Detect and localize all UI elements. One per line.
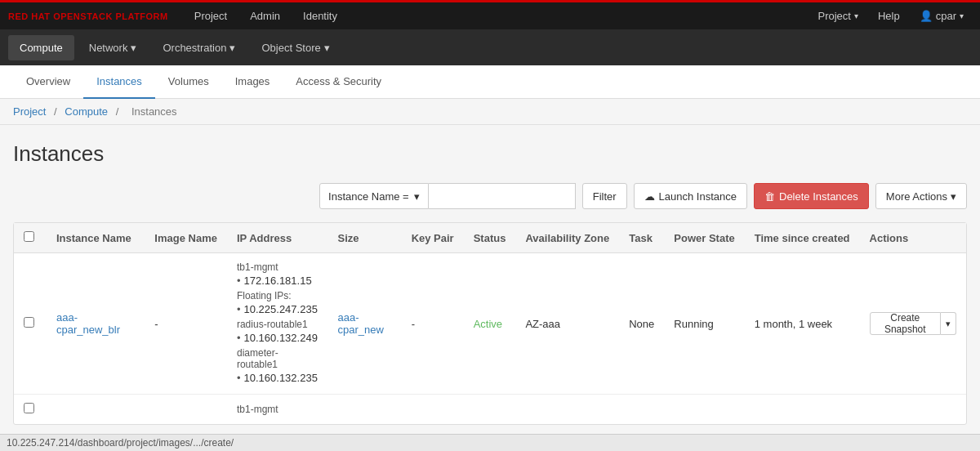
partial-ip-cell: tb1-mgmt [227, 395, 328, 425]
filter-label: Instance Name = [328, 190, 409, 203]
col-time-since: Time since created [745, 223, 860, 253]
breadcrumb-project[interactable]: Project [13, 105, 46, 118]
ip-item: 172.16.181.15 [237, 275, 318, 287]
tab-navbar: Overview Instances Volumes Images Access… [0, 65, 980, 99]
filter-caret-icon: ▾ [414, 190, 420, 203]
status-url: 10.225.247.214/dashboard/project/images/… [7, 437, 234, 441]
breadcrumb-compute[interactable]: Compute [65, 105, 108, 118]
network2-ip-item: 10.160.132.249 [237, 332, 318, 344]
row-size-cell: aaa-cpar_new [328, 253, 402, 395]
create-snapshot-button[interactable]: Create Snapshot [870, 312, 941, 335]
delete-instances-button[interactable]: 🗑 Delete Instances [754, 183, 869, 209]
toolbar: Instance Name = ▾ Filter ☁ Launch Instan… [13, 183, 967, 209]
breadcrumb-sep2: / [116, 105, 122, 118]
network1-ip-list: 172.16.181.15 [237, 275, 318, 287]
row-actions-cell: Create Snapshot ▾ [860, 253, 966, 395]
top-nav-links: Project Admin Identity [185, 5, 810, 27]
select-all-checkbox[interactable] [24, 231, 34, 242]
table-header-row: Instance Name Image Name IP Address Size… [14, 223, 966, 253]
col-az: Availability Zone [515, 223, 619, 253]
partial-checkbox-cell [14, 395, 47, 425]
instance-name-link[interactable]: aaa-cpar_new_blr [56, 311, 120, 336]
orchestration-caret-icon: ▾ [229, 42, 235, 54]
user-icon: 👤 [920, 10, 933, 22]
top-nav-right: Project ▾ Help 👤 cpar ▾ [809, 5, 972, 27]
launch-instance-button[interactable]: ☁ Launch Instance [634, 183, 747, 209]
col-task: Task [619, 223, 664, 253]
row-status-cell: Active [464, 253, 516, 395]
network-caret-icon: ▾ [131, 42, 136, 54]
network2-ip-list: 10.160.132.249 [237, 332, 318, 344]
main-content: Instances Instance Name = ▾ Filter ☁ Lau… [0, 125, 980, 441]
top-nav-project[interactable]: Project [185, 5, 237, 27]
filter-button[interactable]: Filter [582, 183, 627, 209]
row-checkbox[interactable] [24, 317, 34, 328]
user-caret-icon: ▾ [960, 11, 964, 20]
objectstore-caret-icon: ▾ [324, 42, 330, 54]
breadcrumb: Project / Compute / Instances [0, 99, 980, 125]
tab-instances[interactable]: Instances [83, 65, 155, 99]
snapshot-caret-icon: ▾ [946, 319, 951, 329]
snapshot-dropdown-button[interactable]: ▾ [941, 312, 956, 335]
sec-nav-compute[interactable]: Compute [8, 35, 74, 60]
row-checkbox-cell [14, 253, 47, 395]
more-actions-button[interactable]: More Actions ▾ [875, 183, 967, 209]
row-az-cell: AZ-aaa [515, 253, 619, 395]
instances-table: Instance Name Image Name IP Address Size… [14, 223, 966, 424]
tab-volumes[interactable]: Volumes [155, 65, 222, 99]
col-ip-address: IP Address [227, 223, 328, 253]
top-navbar: RED HAT OPENSTACK PLATFORM Project Admin… [0, 0, 980, 29]
filter-wrap: Instance Name = ▾ [319, 183, 576, 209]
row-instance-name-cell: aaa-cpar_new_blr [47, 253, 145, 395]
partial-network-label: tb1-mgmt [237, 404, 318, 415]
trash-icon: 🗑 [764, 190, 775, 203]
size-link[interactable]: aaa-cpar_new [338, 311, 384, 336]
table-row: aaa-cpar_new_blr - tb1-mgmt 172.16.181.1… [14, 253, 966, 395]
user-dropdown[interactable]: 👤 cpar ▾ [911, 5, 972, 27]
breadcrumb-instances: Instances [131, 105, 177, 118]
page-title: Instances [13, 141, 967, 167]
col-size: Size [328, 223, 402, 253]
col-status: Status [464, 223, 516, 253]
status-bar: 10.225.247.214/dashboard/project/images/… [0, 434, 980, 441]
tab-access-security[interactable]: Access & Security [283, 65, 394, 99]
row-ip-cell: tb1-mgmt 172.16.181.15 Floating IPs: 10.… [227, 253, 328, 395]
project-dropdown[interactable]: Project ▾ [809, 5, 866, 27]
top-nav-identity[interactable]: Identity [293, 5, 347, 27]
filter-input[interactable] [429, 183, 576, 209]
network1-label: tb1-mgmt [237, 261, 318, 273]
network2-label: radius-routable1 [237, 319, 318, 330]
sec-nav-objectstore[interactable]: Object Store ▾ [250, 35, 341, 60]
network3-label: diameter-routable1 [237, 347, 318, 370]
breadcrumb-sep1: / [54, 105, 60, 118]
row-time-cell: 1 month, 1 week [745, 253, 860, 395]
tab-images[interactable]: Images [222, 65, 283, 99]
row-image-name-cell: - [145, 253, 227, 395]
tab-overview[interactable]: Overview [13, 65, 83, 99]
col-instance-name: Instance Name [47, 223, 145, 253]
table-row-partial: tb1-mgmt [14, 395, 966, 425]
filter-select[interactable]: Instance Name = ▾ [319, 183, 429, 209]
status-badge: Active [474, 318, 502, 330]
col-checkbox [14, 223, 47, 253]
more-actions-caret-icon: ▾ [951, 190, 956, 203]
row-keypair-cell: - [402, 253, 464, 395]
network3-ip-item: 10.160.132.235 [237, 372, 318, 384]
cloud-icon: ☁ [644, 190, 655, 203]
row-power-cell: Running [664, 253, 744, 395]
brand-red: RED HAT [8, 11, 51, 21]
floating-label: Floating IPs: [237, 290, 318, 301]
project-caret-icon: ▾ [854, 11, 858, 20]
col-actions: Actions [860, 223, 966, 253]
partial-instance-cell [47, 395, 145, 425]
sec-nav-network[interactable]: Network ▾ [78, 35, 149, 60]
floating-ip-list: 10.225.247.235 [237, 303, 318, 315]
partial-row-checkbox[interactable] [24, 403, 34, 413]
network3-ip-list: 10.160.132.235 [237, 372, 318, 384]
brand-logo: RED HAT OPENSTACK PLATFORM [8, 11, 168, 21]
col-key-pair: Key Pair [402, 223, 464, 253]
sec-nav-orchestration[interactable]: Orchestration ▾ [151, 35, 247, 60]
top-nav-admin[interactable]: Admin [240, 5, 290, 27]
actions-group: Create Snapshot ▾ [870, 312, 956, 335]
help-link[interactable]: Help [870, 5, 908, 27]
